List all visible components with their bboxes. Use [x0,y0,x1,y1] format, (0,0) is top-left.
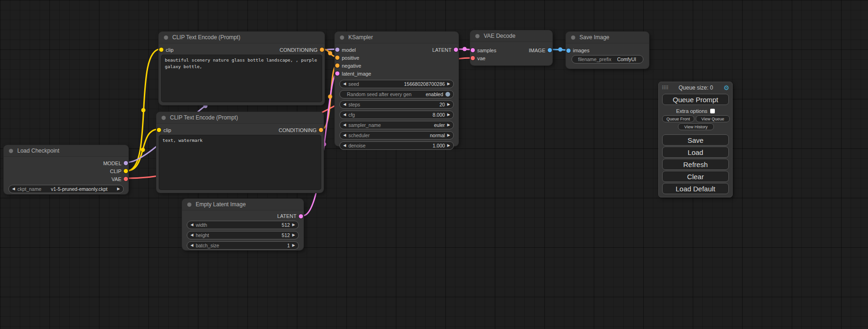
model-output-slot[interactable] [124,161,128,165]
node-title-bar[interactable]: CLIP Text Encode (Prompt) [156,112,324,124]
negative-input-slot[interactable] [335,63,339,68]
toggle-knob-icon[interactable] [445,92,450,97]
input-row-samples: samples IMAGE [470,46,552,54]
node-ksampler[interactable]: KSampler model LATENT positive negative … [335,32,459,146]
ckpt-name-widget[interactable]: ◀ ckpt_name v1-5-pruned-emaonly.ckpt ▶ [8,185,124,193]
next-arrow-icon[interactable]: ▶ [292,223,295,227]
node-vae-decode[interactable]: VAE Decode samples IMAGE vae [470,30,552,65]
prompt-textarea[interactable]: beautiful scenery nature glass bottle la… [162,55,322,102]
conditioning-output-slot[interactable] [319,128,323,132]
conditioning-output-slot[interactable] [320,48,324,52]
next-arrow-icon[interactable]: ▶ [447,123,450,127]
images-input-slot[interactable] [566,49,571,53]
output-row-vae: VAE [4,175,128,183]
node-title-bar[interactable]: Save Image [566,32,649,43]
filename-prefix-widget[interactable]: filename_prefix ComfyUI [572,55,643,63]
slot-row: clip CONDITIONING [156,126,324,134]
node-title-bar[interactable]: KSampler [335,32,459,43]
extra-options-label: Extra options [676,108,707,114]
node-title-bar[interactable]: Load Checkpoint [4,145,128,157]
node-title: Empty Latent Image [196,201,246,208]
width-widget[interactable]: ◀ width 512 ▶ [187,221,299,229]
collapse-dot-icon[interactable] [164,35,168,40]
next-arrow-icon[interactable]: ▶ [292,244,295,247]
node-graph-canvas[interactable]: Load Checkpoint MODEL CLIP VAE ◀ ckpt_na… [0,0,868,329]
collapse-dot-icon[interactable] [162,116,166,120]
seed-widget[interactable]: ◀ seed 156680208700286 ▶ [339,80,454,88]
prompt-textarea[interactable]: text, watermark [159,135,321,189]
node-title: CLIP Text Encode (Prompt) [172,34,240,41]
vae-input-slot[interactable] [471,56,475,60]
prev-arrow-icon[interactable]: ◀ [343,133,346,137]
sampler-name-widget[interactable]: ◀ sampler_name euler ▶ [339,121,454,129]
clear-button[interactable]: Clear [662,171,729,182]
prev-arrow-icon[interactable]: ◀ [191,233,193,237]
collapse-dot-icon[interactable] [187,203,191,207]
batch-size-widget[interactable]: ◀ batch_size 1 ▶ [187,241,299,250]
clip-input-slot[interactable] [159,48,163,52]
queue-panel: ⠿⠿ Queue size: 0 ⚙ Queue Prompt Extra op… [658,82,733,197]
collapse-dot-icon[interactable] [9,149,13,153]
view-history-button[interactable]: View History [678,123,714,130]
next-arrow-icon[interactable]: ▶ [447,113,450,117]
latent-output-slot[interactable] [299,214,303,218]
node-title: KSampler [348,34,373,41]
scheduler-widget[interactable]: ◀ scheduler normal ▶ [339,131,454,140]
node-load-checkpoint[interactable]: Load Checkpoint MODEL CLIP VAE ◀ ckpt_na… [4,145,128,194]
cfg-widget[interactable]: ◀ cfg 8.000 ▶ [339,111,454,119]
latent-output-slot[interactable] [454,48,458,52]
next-arrow-icon[interactable]: ▶ [447,144,450,147]
prev-arrow-icon[interactable]: ◀ [343,103,346,106]
prev-arrow-icon[interactable]: ◀ [343,123,346,127]
latent-image-input-slot[interactable] [335,71,339,76]
output-row-clip: CLIP [4,167,128,175]
input-row-images: images [566,47,649,54]
input-row-vae: vae [470,54,552,62]
queue-panel-header: ⠿⠿ Queue size: 0 ⚙ [659,84,732,92]
positive-input-slot[interactable] [335,56,339,60]
next-arrow-icon[interactable]: ▶ [292,233,295,237]
load-default-button[interactable]: Load Default [662,183,729,194]
next-arrow-icon[interactable]: ▶ [447,82,450,86]
output-row-model: MODEL [4,159,128,167]
node-empty-latent-image[interactable]: Empty Latent Image LATENT ◀ width 512 ▶ … [182,199,303,250]
height-widget[interactable]: ◀ height 512 ▶ [187,231,299,239]
collapse-dot-icon[interactable] [475,34,480,38]
prev-arrow-icon[interactable]: ◀ [343,113,346,117]
prev-arrow-icon[interactable]: ◀ [12,187,15,191]
prev-arrow-icon[interactable]: ◀ [191,223,193,227]
node-title-bar[interactable]: Empty Latent Image [182,199,303,210]
steps-widget[interactable]: ◀ steps 20 ▶ [339,100,454,109]
node-clip-text-encode-negative[interactable]: CLIP Text Encode (Prompt) clip CONDITION… [156,112,324,193]
collapse-dot-icon[interactable] [340,35,344,40]
node-clip-text-encode-positive[interactable]: CLIP Text Encode (Prompt) clip CONDITION… [159,32,325,105]
random-seed-toggle-widget[interactable]: Random seed after every gen enabled [339,90,454,98]
prev-arrow-icon[interactable]: ◀ [343,82,346,86]
next-arrow-icon[interactable]: ▶ [447,133,450,137]
samples-input-slot[interactable] [471,48,475,52]
model-input-slot[interactable] [335,48,339,52]
node-save-image[interactable]: Save Image images filename_prefix ComfyU… [566,32,649,69]
denoise-widget[interactable]: ◀ denoise 1.000 ▶ [339,141,454,150]
next-arrow-icon[interactable]: ▶ [447,103,450,106]
prev-arrow-icon[interactable]: ◀ [191,244,193,247]
clip-output-slot[interactable] [124,169,128,173]
queue-prompt-button[interactable]: Queue Prompt [662,94,729,105]
node-title-bar[interactable]: CLIP Text Encode (Prompt) [159,32,325,43]
clip-input-slot[interactable] [157,128,161,132]
load-button[interactable]: Load [662,147,729,158]
collapse-dot-icon[interactable] [571,35,575,40]
extra-options-checkbox[interactable] [710,109,715,113]
refresh-button[interactable]: Refresh [662,159,729,170]
view-queue-button[interactable]: View Queue [696,115,730,122]
input-row-positive: positive [335,54,459,62]
vae-output-slot[interactable] [124,177,128,181]
drag-handle-icon[interactable]: ⠿⠿ [662,85,668,91]
next-arrow-icon[interactable]: ▶ [117,187,120,191]
prev-arrow-icon[interactable]: ◀ [343,144,346,147]
save-button[interactable]: Save [662,134,729,146]
image-output-slot[interactable] [548,48,552,52]
node-title-bar[interactable]: VAE Decode [470,30,552,42]
gear-icon[interactable]: ⚙ [723,84,729,91]
queue-front-button[interactable]: Queue Front [662,115,694,122]
